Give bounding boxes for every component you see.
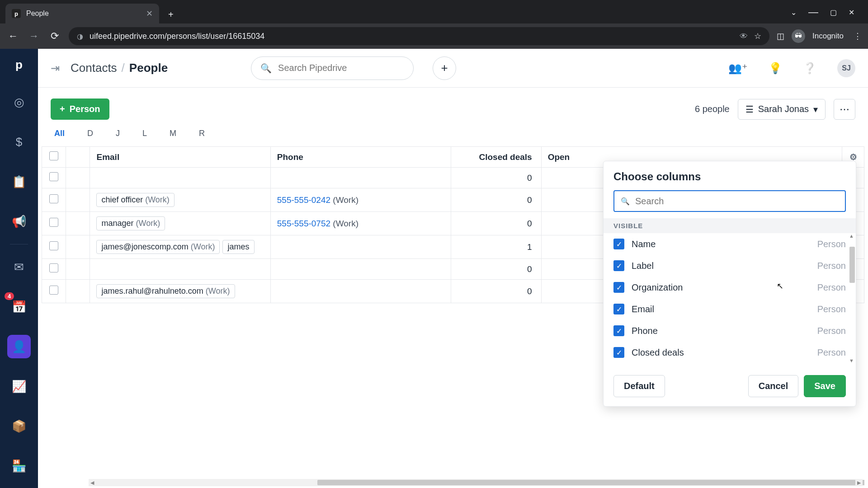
popover-search-input[interactable]	[635, 196, 839, 206]
minimize-icon[interactable]: —	[808, 6, 818, 18]
bookmark-icon[interactable]: ☆	[754, 31, 761, 41]
checkbox-checked-icon[interactable]: ✓	[613, 325, 624, 336]
column-item[interactable]: ✓PhonePerson	[604, 320, 856, 342]
site-info-icon[interactable]: ◑	[77, 32, 83, 41]
column-item[interactable]: ✓Closed dealsPerson	[604, 342, 856, 363]
phone-header[interactable]: Phone	[270, 147, 451, 168]
breadcrumb-section[interactable]: Contacts	[71, 61, 117, 75]
invite-user-icon[interactable]: 👥⁺	[728, 62, 748, 75]
page-topbar: ⇥ Contacts / People 🔍 + 👥⁺ 💡 ❔ SJ	[38, 49, 868, 88]
search-input[interactable]	[278, 63, 404, 73]
email-chip[interactable]: james@jonescomp.com (Work)	[96, 240, 220, 254]
checkbox-icon[interactable]	[49, 263, 58, 272]
collapse-nav-icon[interactable]: ⇥	[51, 62, 60, 75]
scroll-down-arrow-icon[interactable]: ▼	[849, 358, 854, 363]
horizontal-scrollbar[interactable]: ◀ ▶	[96, 479, 855, 486]
sales-assistant-icon[interactable]: 💡	[769, 62, 782, 75]
nav-deals-icon[interactable]: $	[7, 130, 31, 154]
checkbox-checked-icon[interactable]: ✓	[613, 260, 624, 271]
nav-target-icon[interactable]: ◎	[7, 90, 31, 114]
phone-cell	[270, 259, 451, 280]
close-window-icon[interactable]: ✕	[849, 8, 854, 17]
user-avatar[interactable]: SJ	[837, 59, 855, 77]
kebab-menu-icon[interactable]: ⋮	[854, 31, 862, 41]
cancel-button[interactable]: Cancel	[748, 375, 799, 397]
column-list[interactable]: ▲ ▼ ✓NamePerson✓LabelPerson✓Organization…	[604, 233, 856, 363]
email-chip[interactable]: james.rahul@rahulneto.com (Work)	[96, 284, 235, 298]
checkbox-icon[interactable]	[49, 218, 58, 227]
maximize-icon[interactable]: ▢	[830, 8, 837, 17]
add-person-button[interactable]: + Person	[51, 99, 109, 120]
row-select-cell[interactable]	[42, 280, 66, 303]
column-item[interactable]: ✓OrganizationPerson	[604, 277, 856, 298]
nav-calendar-icon[interactable]: 4 📅	[7, 295, 31, 319]
email-chip[interactable]: manager (Work)	[96, 216, 165, 230]
nav-campaigns-icon[interactable]: 📢	[7, 210, 31, 233]
back-icon[interactable]: ←	[6, 30, 20, 42]
phone-link[interactable]: 555-555-0752	[277, 219, 330, 228]
nav-activities-icon[interactable]: 📋	[7, 170, 31, 193]
closed-deals-header[interactable]: Closed deals	[451, 147, 542, 168]
url-field[interactable]: ◑ uifeed.pipedrive.com/persons/list/user…	[69, 27, 769, 45]
nav-products-icon[interactable]: 📦	[7, 414, 31, 438]
checkbox-checked-icon[interactable]: ✓	[613, 282, 624, 293]
avatar-initials: SJ	[842, 64, 851, 72]
alpha-tab-all[interactable]: All	[51, 127, 68, 140]
checkbox-checked-icon[interactable]: ✓	[613, 304, 624, 314]
nav-insights-icon[interactable]: 📈	[7, 375, 31, 398]
alpha-tab-r[interactable]: R	[195, 127, 208, 140]
forward-icon[interactable]: →	[27, 30, 41, 42]
row-select-cell[interactable]	[42, 235, 66, 259]
checkbox-icon[interactable]	[49, 286, 58, 295]
reload-icon[interactable]: ⟳	[48, 30, 61, 42]
pipedrive-logo-icon[interactable]: p	[9, 55, 28, 74]
save-button[interactable]: Save	[804, 375, 846, 397]
owner-filter-button[interactable]: ☰ Sarah Jonas ▾	[738, 99, 826, 120]
browser-tab[interactable]: p People ✕	[5, 4, 159, 23]
quick-add-button[interactable]: +	[433, 56, 456, 80]
window-controls: ⌄ — ▢ ✕	[791, 6, 863, 23]
column-item[interactable]: ✓EmailPerson	[604, 298, 856, 320]
email-header[interactable]: Email	[90, 147, 270, 168]
nav-mail-icon[interactable]: ✉	[7, 255, 31, 279]
help-icon[interactable]: ❔	[803, 62, 816, 75]
checkbox-checked-icon[interactable]: ✓	[613, 239, 624, 249]
checkbox-checked-icon[interactable]: ✓	[613, 347, 624, 358]
scroll-right-arrow-icon[interactable]: ▶	[855, 479, 863, 486]
column-item[interactable]: ✓LabelPerson	[604, 255, 856, 277]
default-button[interactable]: Default	[613, 375, 665, 397]
eye-off-icon[interactable]: 👁	[740, 32, 748, 41]
alpha-tab-d[interactable]: D	[84, 127, 97, 140]
nav-contacts-icon[interactable]: 👤	[7, 335, 31, 358]
alpha-tab-l[interactable]: L	[139, 127, 151, 140]
more-actions-button[interactable]: ⋯	[834, 99, 855, 120]
nav-marketplace-icon[interactable]: 🏪	[7, 454, 31, 478]
row-select-cell[interactable]	[42, 212, 66, 235]
scroll-left-arrow-icon[interactable]: ◀	[89, 479, 96, 486]
popover-search[interactable]: 🔍	[613, 190, 846, 212]
select-all-header[interactable]	[42, 147, 66, 168]
scrollbar-thumb[interactable]	[317, 480, 864, 485]
email-chip[interactable]: chief officer (Work)	[96, 193, 174, 207]
phone-link[interactable]: 555-555-0242	[277, 195, 330, 205]
row-select-cell[interactable]	[42, 259, 66, 280]
incognito-icon[interactable]: 🕶	[792, 29, 805, 43]
close-tab-icon[interactable]: ✕	[146, 9, 153, 19]
checkbox-icon[interactable]	[49, 172, 58, 181]
checkbox-icon[interactable]	[49, 241, 58, 250]
extensions-icon[interactable]: ◫	[777, 31, 784, 41]
checkbox-icon[interactable]	[49, 194, 58, 203]
email-chip[interactable]: james	[222, 240, 254, 254]
column-item[interactable]: ✓NamePerson	[604, 233, 856, 255]
tabs-dropdown-icon[interactable]: ⌄	[791, 8, 797, 17]
alpha-tab-m[interactable]: M	[166, 127, 180, 140]
row-select-cell[interactable]	[42, 188, 66, 212]
column-list-scrollbar[interactable]: ▲ ▼	[849, 233, 855, 363]
alpha-tab-j[interactable]: J	[112, 127, 123, 140]
new-tab-button[interactable]: +	[163, 6, 179, 23]
scrollbar-thumb[interactable]	[849, 247, 855, 283]
checkbox-icon[interactable]	[49, 151, 58, 160]
row-select-cell[interactable]	[42, 168, 66, 188]
scroll-up-arrow-icon[interactable]: ▲	[849, 233, 854, 239]
global-search[interactable]: 🔍	[251, 56, 414, 80]
